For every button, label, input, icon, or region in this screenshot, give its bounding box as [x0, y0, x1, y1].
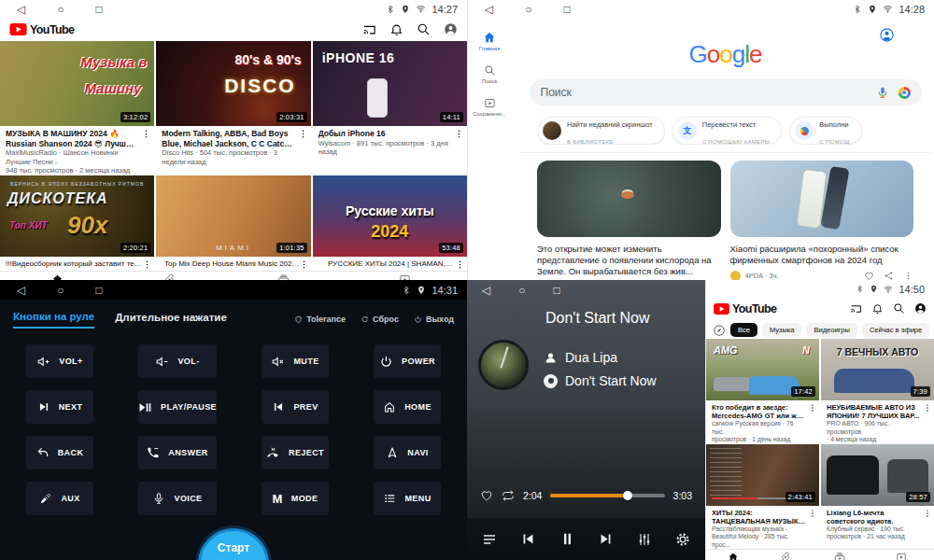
nav-library[interactable]: Библиотека: [389, 273, 421, 281]
equalizer-icon[interactable]: [637, 532, 652, 547]
progress-bar[interactable]: [550, 494, 664, 497]
chip-translate[interactable]: 文 Перевести текстС ПОМОЩЬЮ КАМЕРЫ: [672, 117, 783, 145]
nav-home[interactable]: Главная: [722, 552, 745, 560]
nav-back-key[interactable]: ◁: [17, 4, 25, 15]
search-icon[interactable]: [417, 22, 431, 36]
key-power[interactable]: POWER: [374, 344, 441, 378]
video-card[interactable]: 2:43:41 ХИТЫ 2024: ТАНЦЕВАЛЬНАЯ МУЗЫКА🔥 …: [706, 444, 819, 550]
nav-library[interactable]: Библиотека: [885, 552, 918, 560]
key-reject[interactable]: REJECT: [262, 436, 329, 469]
like-icon[interactable]: [864, 271, 874, 280]
video-card[interactable]: Русские хиты 2024 53:48 РУССКИЕ ХИТЫ 202…: [313, 175, 467, 271]
share-icon[interactable]: [884, 271, 894, 280]
video-card[interactable]: MIAMI 1:01:35 Top Mix Deep House Miami M…: [156, 175, 310, 271]
search-icon[interactable]: [893, 302, 905, 315]
news-card[interactable]: Xiaomi расширила «похоронный» список фир…: [730, 161, 914, 280]
more-options-icon[interactable]: [455, 259, 465, 270]
previous-track-icon[interactable]: [520, 531, 536, 547]
video-thumbnail[interactable]: ВЕРНИСЬ В ЭПОХУ БЕЗЗАБОТНЫХ РИТМОВ ДИСКО…: [0, 175, 154, 257]
rail-saved[interactable]: Сохранени...: [468, 97, 511, 117]
nav-subscriptions[interactable]: Подписки: [827, 552, 854, 560]
chip-all[interactable]: Все: [730, 323, 757, 337]
video-card[interactable]: 80's & 90's DISCO 2:03:31 Modern Talking…: [156, 41, 310, 175]
chip-live[interactable]: Сейчас в эфире: [862, 323, 929, 337]
nav-home-key[interactable]: ○: [518, 284, 525, 297]
notifications-icon[interactable]: [389, 22, 403, 36]
nav-shorts[interactable]: Shorts: [777, 552, 795, 560]
cast-icon[interactable]: [850, 302, 862, 315]
key-next[interactable]: NEXT: [26, 390, 93, 424]
notifications-icon[interactable]: [871, 302, 884, 315]
tab-long-press[interactable]: Длительное нажатие: [115, 312, 227, 328]
key-aux[interactable]: AUX: [26, 482, 93, 515]
news-image[interactable]: [730, 161, 914, 237]
nav-home-key[interactable]: ○: [525, 4, 531, 15]
next-track-icon[interactable]: [598, 531, 614, 547]
repeat-icon[interactable]: [502, 489, 515, 502]
nav-recents-key[interactable]: □: [95, 4, 102, 15]
video-thumbnail[interactable]: 80's & 90's DISCO 2:03:31: [156, 41, 310, 126]
chip-music[interactable]: Музыка: [762, 323, 802, 337]
chip-task[interactable]: ВыполниС ПОМОЩ: [789, 117, 861, 145]
more-options-icon[interactable]: [454, 129, 464, 139]
video-card[interactable]: ВЕРНИСЬ В ЭПОХУ БЕЗЗАБОТНЫХ РИТМОВ ДИСКО…: [0, 175, 154, 271]
start-button[interactable]: Старт: [198, 528, 269, 560]
nav-recents-key[interactable]: □: [563, 4, 570, 15]
pause-icon[interactable]: [559, 531, 575, 547]
explore-compass-icon[interactable]: [713, 324, 726, 337]
key-voice[interactable]: VOICE: [138, 482, 217, 515]
more-options-icon[interactable]: [923, 403, 932, 413]
exit-button[interactable]: Выход: [414, 315, 454, 324]
cast-icon[interactable]: [362, 22, 376, 36]
more-options-icon[interactable]: [808, 403, 817, 413]
queue-list-icon[interactable]: [482, 532, 497, 547]
more-options-icon[interactable]: [299, 259, 309, 270]
news-card[interactable]: Это открытие может изменить представлени…: [537, 161, 721, 280]
key-back[interactable]: BACK: [26, 436, 93, 469]
key-menu[interactable]: MENU: [374, 482, 441, 515]
tab-wheel-buttons[interactable]: Кнопки на руле: [13, 311, 94, 329]
rail-home[interactable]: Главная: [468, 31, 511, 51]
more-options-icon[interactable]: [903, 271, 913, 280]
nav-back-key[interactable]: ◁: [485, 4, 493, 15]
key-answer[interactable]: ANSWER: [138, 436, 217, 469]
more-options-icon[interactable]: [141, 129, 151, 139]
news-image[interactable]: [537, 161, 721, 237]
video-card[interactable]: 28:57 Lixiang L6-мечта советского идиота…: [821, 444, 934, 550]
video-card[interactable]: AMG N 17:42 Кто победит в заезде: Merced…: [706, 339, 819, 444]
search-bar[interactable]: Поиск: [530, 79, 922, 105]
voice-search-icon[interactable]: [876, 86, 889, 99]
video-card[interactable]: 7 ВЕЧНЫХ АВТО 7:39 НЕУБИВАЕМЫЕ АВТО ИЗ Я…: [821, 339, 934, 444]
key-mode[interactable]: MMODE: [262, 482, 329, 515]
rail-search[interactable]: Поиск: [468, 64, 511, 84]
key-home[interactable]: HOME: [374, 390, 441, 424]
video-thumbnail[interactable]: 7 ВЕЧНЫХ АВТО 7:39: [821, 339, 934, 400]
nav-home-key[interactable]: ○: [57, 4, 64, 15]
nav-shorts[interactable]: Shorts: [161, 273, 178, 281]
more-options-icon[interactable]: [142, 259, 152, 270]
key-vol-down[interactable]: VOL-: [138, 344, 217, 378]
tolerance-button[interactable]: Tolerance: [294, 315, 346, 324]
key-play-pause[interactable]: PLAY/PAUSE: [138, 390, 217, 424]
nav-home[interactable]: Главная: [46, 273, 69, 281]
video-thumbnail[interactable]: iPHONE 16 14:11: [313, 41, 467, 126]
video-thumbnail[interactable]: MIAMI 1:01:35: [156, 175, 310, 257]
nav-back-key[interactable]: ◁: [482, 284, 490, 297]
favorite-icon[interactable]: [480, 489, 493, 502]
account-icon[interactable]: [879, 27, 895, 43]
nav-recents-key[interactable]: □: [553, 284, 559, 297]
chip-recent-screenshot[interactable]: Найти недавний скриншотВ БИБЛИОТЕКЕ: [537, 117, 665, 145]
key-mute[interactable]: MUTE: [262, 344, 329, 378]
chip-gaming[interactable]: Видеоигры: [806, 323, 856, 337]
more-options-icon[interactable]: [923, 509, 932, 518]
reset-button[interactable]: Сброс: [361, 315, 399, 324]
settings-gear-icon[interactable]: [675, 532, 690, 547]
avatar[interactable]: [444, 22, 458, 36]
avatar[interactable]: [914, 302, 927, 315]
player-progress-knob[interactable]: [623, 491, 632, 500]
key-navi[interactable]: NAVI: [374, 436, 441, 469]
nav-recents-key[interactable]: □: [95, 285, 102, 296]
nav-back-key[interactable]: ◁: [17, 285, 25, 296]
video-thumbnail[interactable]: 2:43:41: [706, 444, 819, 506]
video-card[interactable]: Музыка в Машину 3:12:02 МУЗЫКА В МАШИНУ …: [0, 41, 154, 175]
